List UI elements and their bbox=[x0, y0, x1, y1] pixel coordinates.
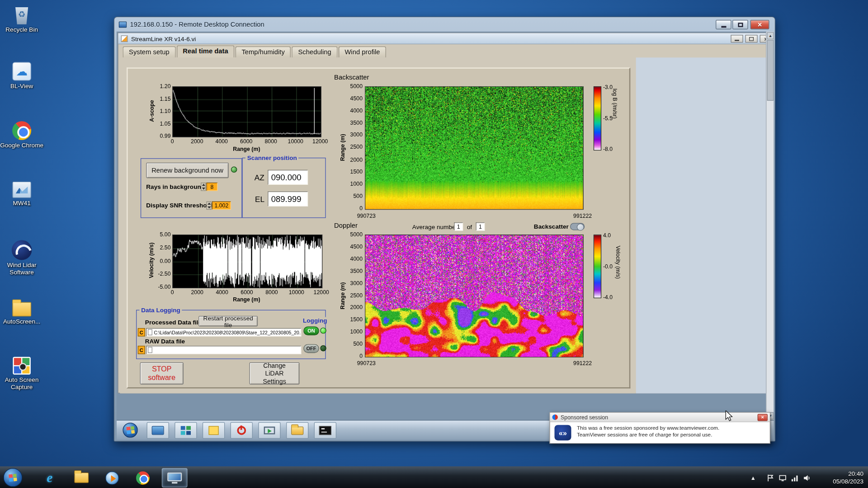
average-number-field[interactable]: 1 bbox=[454, 222, 463, 230]
taskbar-ie-button[interactable]: e bbox=[37, 468, 62, 488]
start-button[interactable] bbox=[3, 468, 22, 487]
file-icon bbox=[148, 329, 152, 335]
teamviewer-popup-titlebar[interactable]: Sponsored session × bbox=[550, 413, 770, 422]
remote-taskbar-folder-icon[interactable] bbox=[286, 422, 308, 439]
remote-start-button[interactable] bbox=[123, 423, 137, 438]
doppler-colorbar-label: Velocity (m/s) bbox=[615, 246, 622, 307]
desktop-icon-auto-screen-capture[interactable]: Auto Screen Capture bbox=[0, 357, 43, 391]
desktop-icon-label: Wind Lidar Software bbox=[0, 262, 43, 276]
desktop-icon-wind-lidar[interactable]: Wind Lidar Software bbox=[0, 240, 43, 276]
tick-label: 4500 bbox=[350, 95, 363, 102]
rays-value-field[interactable]: 8 bbox=[207, 183, 218, 191]
taskbar-explorer-button[interactable] bbox=[69, 468, 94, 488]
vi-maximize-button[interactable] bbox=[745, 35, 758, 42]
backscatter-heatmap bbox=[365, 86, 584, 210]
tab-real-time-data[interactable]: Real time data bbox=[177, 45, 235, 57]
processed-path-field[interactable]: C:\Lidar\Data\Proc\2023\202308\20230809\… bbox=[146, 328, 301, 336]
taskbar-rdp-button[interactable] bbox=[162, 468, 188, 488]
tab-wind-profile[interactable]: Wind profile bbox=[339, 47, 386, 57]
action-center-flag-icon[interactable] bbox=[766, 474, 774, 482]
renew-background-button[interactable]: Renew background now bbox=[146, 163, 229, 178]
tick-label: 1.05 bbox=[160, 120, 171, 127]
tick-label: 12000 bbox=[311, 138, 330, 145]
volume-icon[interactable] bbox=[803, 474, 811, 482]
remote-taskbar-power-icon[interactable] bbox=[231, 422, 253, 439]
vi-title: StreamLine XR v14-6.vi bbox=[131, 35, 196, 42]
snr-spinner[interactable] bbox=[207, 202, 212, 210]
clock-time: 20:40 bbox=[833, 470, 863, 478]
processed-logging-on-toggle[interactable]: ON bbox=[303, 326, 319, 335]
clock-date: 05/08/2023 bbox=[833, 478, 863, 485]
taskbar-clock[interactable]: 20:40 05/08/2023 bbox=[833, 470, 863, 485]
remote-taskbar-notes-icon[interactable] bbox=[203, 422, 225, 439]
vi-titlebar[interactable]: StreamLine XR v14-6.vi bbox=[118, 33, 774, 44]
ie-icon: e bbox=[47, 470, 52, 485]
tick-label: 0 bbox=[163, 138, 182, 145]
remote-taskbar-cmd-icon[interactable] bbox=[314, 422, 336, 439]
change-lidar-settings-button[interactable]: Change LiDAR Settings bbox=[250, 362, 300, 385]
desktop-icon-google-chrome[interactable]: Google Chrome bbox=[0, 121, 43, 149]
desktop-icon-bl-view[interactable]: ☁ BL-View bbox=[0, 62, 43, 89]
scroll-thumb[interactable] bbox=[767, 40, 774, 101]
tick-label: 4000 bbox=[212, 138, 231, 145]
tick-label: 5.00 bbox=[160, 231, 171, 238]
vi-minimize-button[interactable] bbox=[731, 35, 743, 42]
taskbar-chrome-button[interactable] bbox=[130, 468, 156, 488]
ascope-x-ticks: 020004000600080001000012000 bbox=[163, 138, 330, 145]
data-logging-title: Data Logging bbox=[139, 306, 182, 313]
taskbar-media-player-button[interactable] bbox=[99, 468, 125, 488]
desktop-icon-autoscreen[interactable]: AutoScreen... bbox=[0, 298, 43, 325]
backscatter-colorbar-label: log B (/m/sr) bbox=[612, 89, 618, 157]
tick-label: 3000 bbox=[350, 132, 363, 139]
raw-drive-box[interactable]: C bbox=[138, 346, 145, 354]
desktop-icon-mw41[interactable]: MW41 bbox=[0, 182, 43, 207]
el-value-field[interactable]: 089.999 bbox=[268, 192, 308, 206]
stop-software-button[interactable]: STOP software bbox=[140, 362, 184, 385]
remote-session: StreamLine XR v14-6.vi × System setup Re… bbox=[117, 32, 774, 440]
display-icon[interactable] bbox=[779, 474, 787, 482]
scroll-up-arrow[interactable]: ▲ bbox=[767, 32, 774, 39]
ascope-y-ticks: 1.201.151.101.050.99 bbox=[153, 83, 170, 140]
remote-taskbar-grid-icon[interactable] bbox=[175, 422, 197, 439]
restart-processed-file-button[interactable]: Restart processed file bbox=[198, 316, 258, 326]
desktop-icon-recycle-bin[interactable]: ♻ Recycle Bin bbox=[0, 5, 43, 33]
tick-label: 0.00 bbox=[160, 258, 171, 264]
teamviewer-close-button[interactable]: × bbox=[758, 413, 768, 421]
rdp-minimize-button[interactable] bbox=[716, 20, 731, 29]
average-count-field[interactable]: 1 bbox=[476, 222, 485, 230]
labview-window: StreamLine XR v14-6.vi × System setup Re… bbox=[118, 33, 774, 393]
backscatter-title: Backscatter bbox=[334, 74, 369, 81]
raw-path-field[interactable] bbox=[146, 346, 301, 354]
tab-scheduling[interactable]: Scheduling bbox=[292, 47, 337, 57]
tick-label: 6000 bbox=[237, 138, 256, 145]
velocity-x-ticks: 020004000600080001000012000 bbox=[163, 289, 330, 296]
processed-drive-box[interactable]: C bbox=[138, 328, 145, 336]
snr-value-field[interactable]: 1.002 bbox=[212, 202, 231, 210]
front-panel-outer: A-scope 1.201.151.101.050.99 02000400060… bbox=[120, 57, 636, 393]
remote-taskbar-capture-icon[interactable] bbox=[258, 422, 280, 439]
tick-label: -2.50 bbox=[158, 271, 170, 277]
desktop-icon-label: Auto Screen Capture bbox=[0, 376, 43, 391]
rays-spinner[interactable] bbox=[201, 183, 206, 191]
az-value-field[interactable]: 090.000 bbox=[268, 170, 308, 185]
tab-system-setup[interactable]: System setup bbox=[123, 47, 175, 57]
chrome-icon bbox=[0, 121, 43, 140]
raw-logging-off-toggle[interactable]: OFF bbox=[303, 344, 319, 353]
rdp-close-button[interactable]: × bbox=[750, 20, 769, 29]
remote-taskbar-window-icon[interactable] bbox=[147, 422, 169, 439]
rdp-maximize-button[interactable] bbox=[732, 20, 748, 29]
vi-empty-area bbox=[636, 57, 774, 393]
tray-show-hidden[interactable]: ▲ bbox=[748, 467, 759, 488]
wind-lidar-icon bbox=[0, 240, 43, 260]
of-label: of bbox=[467, 224, 472, 230]
teamviewer-line2: TeamViewer sessions are free of charge f… bbox=[577, 432, 719, 438]
backscatter-toggle[interactable] bbox=[570, 223, 585, 230]
network-icon[interactable] bbox=[791, 474, 799, 482]
desktop-icon-label: Recycle Bin bbox=[0, 26, 43, 33]
processed-logging-led bbox=[320, 328, 326, 333]
tick-label: 10000 bbox=[286, 138, 305, 145]
tab-temp-humidity[interactable]: Temp/humidity bbox=[236, 47, 291, 57]
ascope-plot bbox=[172, 86, 321, 137]
rdp-titlebar[interactable]: 192.168.0.150 - Remote Desktop Connectio… bbox=[114, 17, 775, 32]
session-scrollbar[interactable]: ▲ ▼ bbox=[766, 32, 774, 420]
